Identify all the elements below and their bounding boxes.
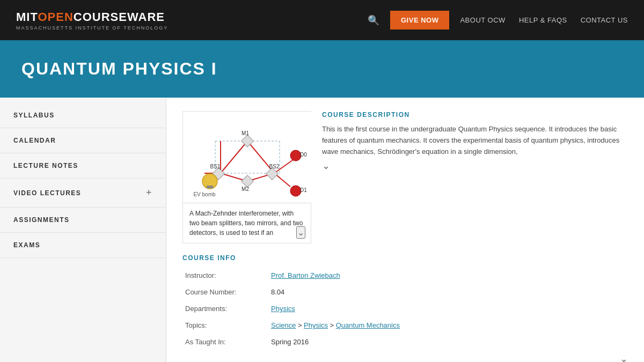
- logo: MITOPENCOURSEWARE MASSACHUSETTS INSTITUT…: [16, 10, 168, 31]
- sidebar-item-label: EXAMS: [13, 241, 40, 249]
- info-expand-button[interactable]: ⌄: [182, 350, 628, 362]
- page-title: QUANTUM PHYSICS I: [21, 59, 217, 79]
- caption-expand-button[interactable]: ⌄: [296, 226, 305, 239]
- info-row-departments: Departments: Physics: [182, 300, 628, 317]
- about-ocw-link[interactable]: ABOUT OCW: [460, 16, 505, 24]
- instructor-link[interactable]: Prof. Barton Zwiebach: [271, 271, 340, 279]
- nav-links: ABOUT OCW HELP & FAQS CONTACT US: [460, 16, 628, 24]
- topics-physics-link[interactable]: Physics: [304, 321, 328, 329]
- departments-link[interactable]: Physics: [271, 305, 295, 313]
- course-number-value: 8.04: [268, 284, 628, 300]
- topics-separator-2: >: [330, 321, 336, 329]
- topics-label: Topics:: [182, 317, 268, 334]
- sidebar-item-calendar[interactable]: CALENDAR: [0, 128, 166, 153]
- main-layout: SYLLABUS CALENDAR LECTURE NOTES VIDEO LE…: [0, 98, 644, 362]
- svg-text:M2: M2: [241, 186, 249, 192]
- header: MITOPENCOURSEWARE MASSACHUSETTS INSTITUT…: [0, 0, 644, 40]
- info-row-taught: As Taught In: Spring 2016: [182, 334, 628, 350]
- svg-rect-18: [207, 186, 213, 188]
- header-nav: 🔍 GIVE NOW ABOUT OCW HELP & FAQS CONTACT…: [368, 11, 628, 29]
- svg-text:EV bomb: EV bomb: [193, 191, 216, 197]
- content-area: M1 M2 BS1 BS2 D0 D1 EV bomb A Mach-Zehnd…: [166, 98, 644, 362]
- course-image-caption: A Mach-Zehnder interferometer, with two …: [183, 203, 311, 243]
- svg-text:M1: M1: [241, 130, 249, 136]
- svg-text:D0: D0: [300, 152, 307, 158]
- course-top-section: M1 M2 BS1 BS2 D0 D1 EV bomb A Mach-Zehnd…: [182, 111, 628, 362]
- info-row-instructor: Instructor: Prof. Barton Zwiebach: [182, 267, 628, 284]
- svg-text:D1: D1: [300, 187, 307, 193]
- topics-value: Science > Physics > Quantum Mechanics: [268, 317, 628, 334]
- sidebar-item-label: SYLLABUS: [13, 112, 55, 119]
- caption-text: A Mach-Zehnder interferometer, with two …: [189, 210, 303, 237]
- logo-sub: MASSACHUSETTS INSTITUTE OF TECHNOLOGY: [16, 25, 168, 31]
- svg-text:BS2: BS2: [269, 164, 280, 169]
- logo-text: MITOPENCOURSEWARE: [16, 10, 168, 24]
- sidebar-item-exams[interactable]: EXAMS: [0, 233, 166, 258]
- svg-point-19: [290, 150, 301, 161]
- sidebar-item-label: LECTURE NOTES: [13, 162, 78, 169]
- search-button[interactable]: 🔍: [368, 14, 379, 26]
- interferometer-diagram: M1 M2 BS1 BS2 D0 D1 EV bomb: [183, 112, 312, 203]
- sidebar: SYLLABUS CALENDAR LECTURE NOTES VIDEO LE…: [0, 98, 166, 362]
- as-taught-label: As Taught In:: [182, 334, 268, 350]
- course-image: M1 M2 BS1 BS2 D0 D1 EV bomb: [183, 112, 312, 203]
- sidebar-item-syllabus[interactable]: SYLLABUS: [0, 103, 166, 128]
- as-taught-value: Spring 2016: [268, 334, 628, 350]
- course-image-block: M1 M2 BS1 BS2 D0 D1 EV bomb A Mach-Zehnd…: [182, 111, 311, 243]
- topics-separator-1: >: [298, 321, 304, 329]
- sidebar-item-label: VIDEO LECTURES: [13, 189, 81, 197]
- expand-icon: +: [146, 187, 152, 198]
- sidebar-item-video-lectures[interactable]: VIDEO LECTURES +: [0, 179, 166, 208]
- logo-mit: MIT: [16, 10, 38, 24]
- departments-label: Departments:: [182, 300, 268, 317]
- instructor-label: Instructor:: [182, 267, 268, 284]
- logo-open: OPEN: [38, 10, 73, 24]
- hero-banner: QUANTUM PHYSICS I: [0, 40, 644, 98]
- info-row-number: Course Number: 8.04: [182, 284, 628, 300]
- give-now-button[interactable]: GIVE NOW: [390, 11, 449, 29]
- logo-courseware: COURSEWARE: [74, 10, 165, 24]
- course-info-title: COURSE INFO: [182, 254, 628, 262]
- sidebar-item-label: CALENDAR: [13, 137, 56, 144]
- course-info-table: Instructor: Prof. Barton Zwiebach Course…: [182, 267, 628, 350]
- topics-qm-link[interactable]: Quantum Mechanics: [336, 321, 400, 329]
- contact-us-link[interactable]: CONTACT US: [581, 16, 628, 24]
- help-faqs-link[interactable]: HELP & FAQS: [519, 16, 567, 24]
- course-number-label: Course Number:: [182, 284, 268, 300]
- svg-point-20: [290, 186, 301, 196]
- course-info-section: COURSE INFO Instructor: Prof. Barton Zwi…: [182, 254, 628, 362]
- description-expand-button[interactable]: ⌄: [322, 160, 330, 172]
- sidebar-item-lecture-notes[interactable]: LECTURE NOTES: [0, 153, 166, 179]
- info-row-topics: Topics: Science > Physics > Quantum Mech…: [182, 317, 628, 334]
- topics-science-link[interactable]: Science: [271, 321, 296, 329]
- search-icon: 🔍: [368, 15, 379, 26]
- sidebar-item-label: ASSIGNMENTS: [13, 216, 70, 224]
- sidebar-item-assignments[interactable]: ASSIGNMENTS: [0, 208, 166, 233]
- svg-text:BS1: BS1: [210, 164, 221, 169]
